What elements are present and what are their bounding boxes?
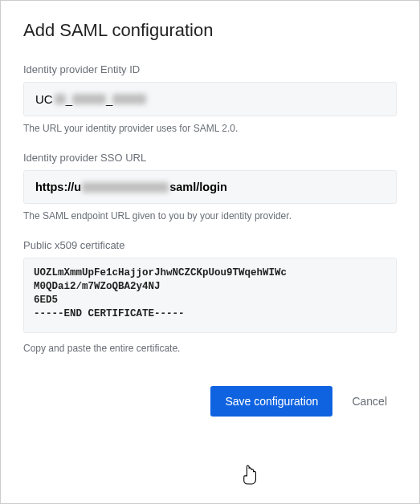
redacted-text	[72, 94, 106, 104]
cancel-button[interactable]: Cancel	[352, 395, 387, 408]
sso-url-input[interactable]: https://usaml/login	[23, 170, 397, 204]
saml-config-panel: Add SAML configuration Identity provider…	[0, 0, 420, 504]
page-title: Add SAML configuration	[23, 20, 397, 41]
cert-textarea[interactable]	[23, 258, 397, 333]
cert-group: Public x509 certificate Copy and paste t…	[23, 239, 397, 354]
redacted-text	[55, 94, 66, 104]
entity-id-value-prefix: UC	[35, 92, 53, 106]
sso-url-value-suffix: saml/login	[169, 181, 227, 193]
redacted-text	[82, 182, 169, 193]
entity-id-label: Identity provider Entity ID	[23, 63, 397, 75]
button-row: Save configuration Cancel	[23, 386, 397, 417]
sso-url-value-prefix: https://u	[35, 181, 81, 193]
sso-url-group: Identity provider SSO URL https://usaml/…	[23, 152, 397, 222]
sso-url-label: Identity provider SSO URL	[23, 152, 397, 164]
sso-url-helper: The SAML endpoint URL given to you by yo…	[23, 210, 397, 222]
save-button[interactable]: Save configuration	[210, 386, 332, 417]
entity-id-helper: The URL your identity provider uses for …	[23, 123, 397, 134]
cert-label: Public x509 certificate	[23, 239, 397, 251]
cursor-pointer-icon	[242, 465, 259, 486]
entity-id-group: Identity provider Entity ID UC__ The URL…	[23, 63, 397, 134]
redacted-text	[112, 94, 146, 104]
cert-helper: Copy and paste the entire certificate.	[23, 343, 397, 354]
entity-id-input[interactable]: UC__	[23, 82, 397, 116]
